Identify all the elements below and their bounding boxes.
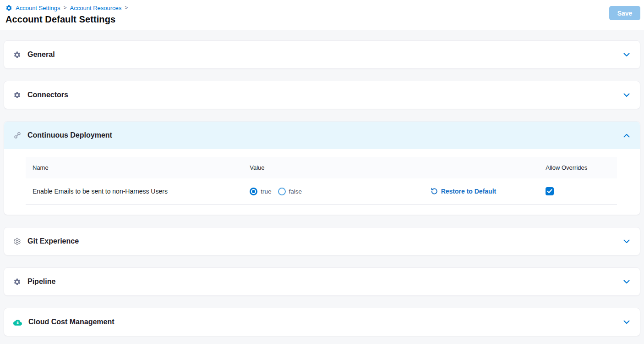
restore-icon [431,188,438,195]
section-title: Git Experience [27,237,79,245]
setting-value-radio-group: true false [250,188,430,195]
svg-text:$: $ [16,321,19,325]
section-card-pipeline: Pipeline [4,267,640,296]
section-title: Pipeline [27,277,55,286]
section-title: Connectors [27,91,68,99]
section-title: Cloud Cost Management [28,318,115,326]
table-row: Enable Emails to be sent to non-Harness … [26,178,617,205]
cloud-dollar-icon: $ [13,318,22,326]
gear-icon [13,91,21,99]
section-header-general[interactable]: General [4,41,640,68]
breadcrumb-separator: > [64,5,67,11]
column-header-name: Name [26,164,250,171]
radio-true-selected[interactable] [250,188,257,195]
settings-accordion: General Connectors Continuous Deploy [0,30,644,336]
column-header-value: Value [250,164,430,171]
gear-outline-icon [13,238,21,245]
breadcrumb-account-settings[interactable]: Account Settings [16,5,60,11]
settings-table-container: Name Value Allow Overrides Enable Emails… [4,149,640,215]
section-card-general: General [4,40,640,69]
section-header-continuous-deployment[interactable]: Continuous Deployment [4,122,640,149]
page-header: Account Settings > Account Resources > A… [0,0,644,30]
gear-icon [13,51,21,59]
radio-option-false[interactable]: false [278,188,302,195]
save-button[interactable]: Save [609,6,640,20]
chevron-down-icon[interactable] [623,320,630,324]
chevron-down-icon[interactable] [623,280,630,284]
chevron-down-icon[interactable] [623,93,630,97]
restore-label: Restore to Default [441,188,497,195]
section-card-continuous-deployment: Continuous Deployment Name Value Allow O… [4,121,640,215]
radio-true-label[interactable]: true [261,188,271,195]
section-header-git-experience[interactable]: Git Experience [4,227,640,255]
breadcrumb-separator: > [125,5,128,11]
section-card-git-experience: Git Experience [4,227,640,255]
chevron-down-icon[interactable] [623,239,630,244]
link-icon [13,132,21,139]
section-header-pipeline[interactable]: Pipeline [4,268,640,295]
breadcrumb: Account Settings > Account Resources > [5,4,639,12]
radio-false-unselected[interactable] [278,188,286,195]
section-card-connectors: Connectors [4,81,640,109]
column-header-allow-overrides: Allow Overrides [546,164,617,171]
chevron-up-icon[interactable] [623,133,630,138]
check-icon [547,189,552,194]
section-card-cloud-cost-management: $ Cloud Cost Management [4,308,640,336]
table-header-row: Name Value Allow Overrides [26,157,617,178]
page-title: Account Default Settings [5,14,639,25]
section-header-connectors[interactable]: Connectors [4,81,640,109]
breadcrumb-account-resources[interactable]: Account Resources [70,5,122,11]
settings-table: Name Value Allow Overrides Enable Emails… [26,157,617,205]
radio-option-true[interactable]: true [250,188,271,195]
allow-overrides-checkbox[interactable] [546,187,554,195]
chevron-down-icon[interactable] [623,53,630,57]
section-header-cloud-cost-management[interactable]: $ Cloud Cost Management [4,308,640,336]
setting-name: Enable Emails to be sent to non-Harness … [26,188,250,195]
settings-gear-icon [5,5,12,11]
gear-icon [13,278,21,286]
radio-false-label[interactable]: false [289,188,302,195]
section-title: Continuous Deployment [27,131,112,139]
restore-to-default-link[interactable]: Restore to Default [431,188,497,195]
section-title: General [27,50,55,59]
